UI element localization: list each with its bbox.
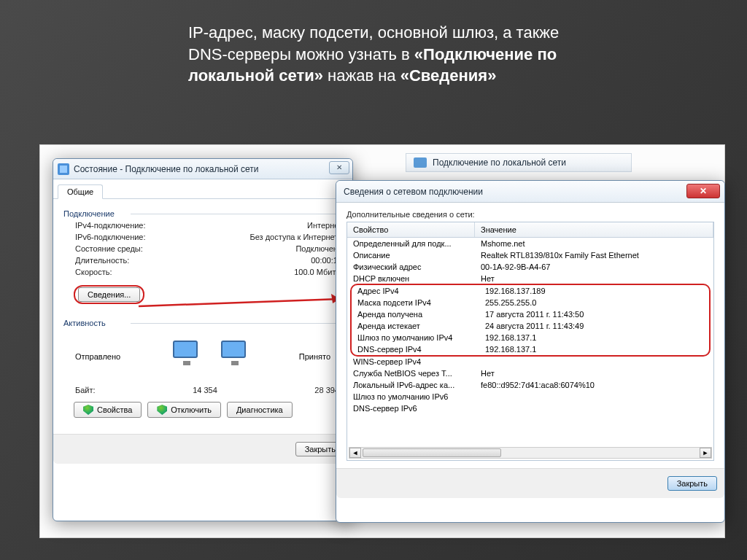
cell-property: DNS-сервер IPv6 xyxy=(347,403,475,413)
cell-property: Аренда получена xyxy=(352,309,479,319)
cell-property: Аренда истекает xyxy=(352,321,479,331)
details-table: Свойство Значение Определенный для подк.… xyxy=(347,222,714,461)
shield-icon xyxy=(157,405,167,415)
shield-icon xyxy=(83,405,93,415)
row-key: IPv6-подключение: xyxy=(75,233,146,241)
details-button-highlight: Сведения... xyxy=(74,285,144,304)
bytes-label: Байт: xyxy=(75,386,96,394)
scroll-thumb[interactable] xyxy=(363,448,501,457)
adapter-label: Подключение по локальной сети xyxy=(433,158,566,168)
close-button[interactable]: ✕ xyxy=(686,184,720,198)
adapter-badge[interactable]: Подключение по локальной сети xyxy=(406,153,632,172)
row-key: Состояние среды: xyxy=(75,244,143,253)
group-activity: Активность xyxy=(63,319,342,327)
details-subtitle: Дополнительные сведения о сети: xyxy=(347,210,714,219)
details-close-button[interactable]: Закрыть xyxy=(667,476,717,491)
horizontal-scrollbar[interactable]: ◄ ► xyxy=(349,447,712,459)
status-tabbar: Общие xyxy=(53,179,352,199)
table-row[interactable]: DHCP включенНет xyxy=(347,273,713,284)
table-row[interactable]: Определенный для подк...Mshome.net xyxy=(347,238,713,249)
cell-property: Описание xyxy=(347,250,475,260)
status-titlebar[interactable]: Состояние - Подключение по локальной сет… xyxy=(53,159,352,179)
table-row[interactable]: ОписаниеRealtek RTL8139/810x Family Fast… xyxy=(347,249,713,261)
cell-value: fe80::d952:7d41:aca8:6074%10 xyxy=(475,380,713,390)
cell-value xyxy=(475,392,713,402)
cell-property: Маска подсети IPv4 xyxy=(352,298,479,308)
details-title: Сведения о сетевом подключении xyxy=(344,187,483,197)
cell-property: DHCP включен xyxy=(347,273,475,284)
slide-caption: IP-адрес, маску подсети, основной шлюз, … xyxy=(188,22,582,87)
sent-label: Отправлено xyxy=(75,352,120,361)
row-key: IPv4-подключение: xyxy=(75,221,146,230)
table-row[interactable]: Локальный IPv6-адрес ка...fe80::d952:7d4… xyxy=(347,379,713,391)
close-icon[interactable]: ✕ xyxy=(329,161,349,174)
cell-property: WINS-сервер IPv4 xyxy=(347,357,475,367)
row-key: Длительность: xyxy=(75,256,129,265)
cell-value: 255.255.255.0 xyxy=(479,298,709,308)
table-row[interactable]: Физический адрес00-1A-92-9B-A4-67 xyxy=(347,261,713,273)
table-row[interactable]: Шлюз по умолчанию IPv4192.168.137.1 xyxy=(352,332,709,343)
connection-row: Длительность:00:00:16 xyxy=(63,254,342,266)
scroll-right-icon[interactable]: ► xyxy=(700,448,711,458)
cell-value: Realtek RTL8139/810x Family Fast Etherne… xyxy=(475,250,713,260)
bytes-sent: 14 354 xyxy=(96,386,315,394)
cell-value: 00-1A-92-9B-A4-67 xyxy=(475,262,713,272)
cell-value: Нет xyxy=(475,368,713,378)
cell-property: Локальный IPv6-адрес ка... xyxy=(347,380,475,390)
recv-label: Принято xyxy=(299,352,330,361)
cell-value: 192.168.137.189 xyxy=(479,286,709,296)
table-row[interactable]: DNS-сервер IPv4192.168.137.1 xyxy=(352,343,709,355)
cell-value: 192.168.137.1 xyxy=(479,332,709,343)
cell-value xyxy=(475,357,713,367)
table-row[interactable]: Маска подсети IPv4255.255.255.0 xyxy=(352,297,709,308)
status-window: Состояние - Подключение по локальной сет… xyxy=(53,158,353,521)
connection-row: Состояние среды:Подключено xyxy=(63,243,342,254)
table-row[interactable]: DNS-сервер IPv6 xyxy=(347,402,713,414)
properties-button[interactable]: Свойства xyxy=(74,402,142,418)
cell-value: Mshome.net xyxy=(475,238,713,249)
col-value[interactable]: Значение xyxy=(475,222,713,237)
cell-property: Адрес IPv4 xyxy=(352,286,479,296)
cell-value xyxy=(475,403,713,413)
diagnose-button[interactable]: Диагностика xyxy=(227,402,293,418)
cell-value: 192.168.137.1 xyxy=(479,344,709,354)
details-window: Сведения о сетевом подключении ✕ Дополни… xyxy=(336,180,725,523)
group-connection: Подключение xyxy=(63,209,342,218)
table-row[interactable]: Адрес IPv4192.168.137.189 xyxy=(352,285,709,297)
network-adapter-icon xyxy=(414,158,427,168)
table-row[interactable]: Шлюз по умолчанию IPv6 xyxy=(347,391,713,402)
scroll-left-icon[interactable]: ◄ xyxy=(349,448,361,458)
cell-property: Физический адрес xyxy=(347,262,475,272)
connection-row: IPv6-подключение:Без доступа к Интернету xyxy=(63,231,342,243)
table-row[interactable]: Служба NetBIOS через T...Нет xyxy=(347,368,713,379)
tab-general[interactable]: Общие xyxy=(58,184,103,199)
table-row[interactable]: Аренда истекает24 августа 2011 г. 11:43:… xyxy=(352,320,709,332)
table-row[interactable]: Аренда получена17 августа 2011 г. 11:43:… xyxy=(352,308,709,320)
activity-icon xyxy=(173,335,246,378)
highlighted-rows: Адрес IPv4192.168.137.189Маска подсети I… xyxy=(350,284,711,357)
cell-property: Шлюз по умолчанию IPv4 xyxy=(352,332,479,343)
col-property[interactable]: Свойство xyxy=(347,222,475,237)
row-key: Скорость: xyxy=(75,268,112,276)
cell-value: 24 августа 2011 г. 11:43:49 xyxy=(479,321,709,331)
status-title: Состояние - Подключение по локальной сет… xyxy=(74,164,259,174)
cell-value: 17 августа 2011 г. 11:43:50 xyxy=(479,309,709,319)
details-titlebar[interactable]: Сведения о сетевом подключении ✕ xyxy=(336,181,724,203)
row-value: Без доступа к Интернету xyxy=(249,233,342,241)
cell-property: DNS-сервер IPv4 xyxy=(352,344,479,354)
cell-value: Нет xyxy=(475,273,713,284)
table-header[interactable]: Свойство Значение xyxy=(347,222,713,238)
disable-button[interactable]: Отключить xyxy=(147,402,221,418)
network-icon xyxy=(58,163,69,175)
cell-property: Шлюз по умолчанию IPv6 xyxy=(347,392,475,402)
table-row[interactable]: WINS-сервер IPv4 xyxy=(347,356,713,368)
connection-row: IPv4-подключение:Интернет xyxy=(63,219,342,231)
cell-property: Определенный для подк... xyxy=(347,238,475,249)
connection-row: Скорость:100.0 Мбит/с xyxy=(63,266,342,278)
details-button[interactable]: Сведения... xyxy=(78,287,140,302)
cell-property: Служба NetBIOS через T... xyxy=(347,368,475,378)
